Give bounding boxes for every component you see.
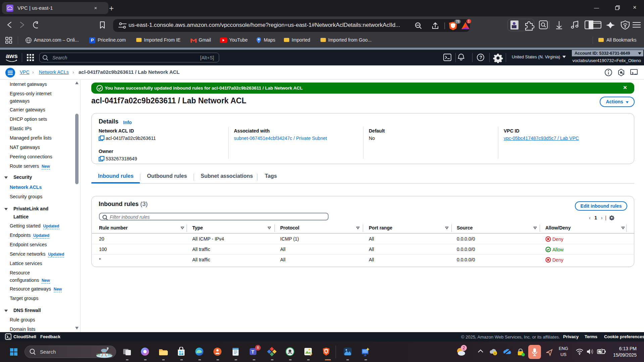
svg-text:!: ! [494, 352, 495, 355]
svg-text:aws: aws [6, 52, 18, 59]
svg-text:T: T [251, 349, 254, 355]
svg-text:?: ? [480, 55, 483, 60]
